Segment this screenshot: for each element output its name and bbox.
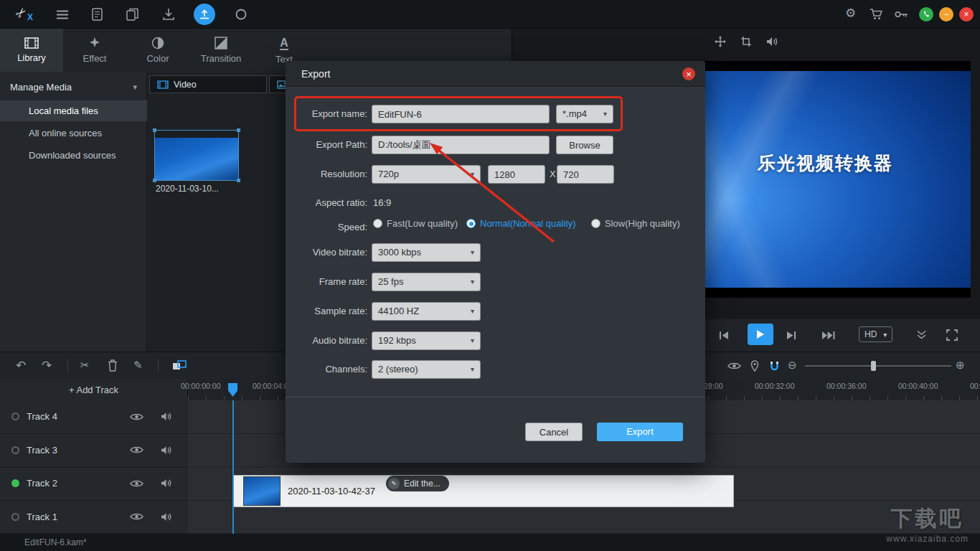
- speed-option-normal[interactable]: Normal(Normal quality): [466, 218, 576, 229]
- skip-to-end-icon[interactable]: [821, 331, 835, 340]
- cancel-button[interactable]: Cancel: [525, 423, 583, 441]
- next-frame-icon[interactable]: [786, 331, 796, 340]
- record-toggle-icon[interactable]: [11, 413, 19, 420]
- tab-library[interactable]: Library: [0, 29, 63, 72]
- track-header[interactable]: Track 1: [0, 501, 188, 534]
- zoom-in-icon[interactable]: ⊕: [956, 359, 965, 372]
- sidebar-item-local-media-files[interactable]: Local media files: [0, 100, 147, 121]
- timeline-clip[interactable]: 2020-11-03-10-42-37: [233, 475, 734, 507]
- export-path-label: Export Path:: [286, 136, 367, 154]
- browse-button[interactable]: Browse: [556, 136, 613, 154]
- add-track-button[interactable]: + Add Track: [0, 379, 188, 400]
- redo-icon[interactable]: ↷: [42, 358, 52, 373]
- copy-project-icon[interactable]: [126, 8, 138, 21]
- cut-scissors-icon[interactable]: ✂: [80, 359, 90, 372]
- import-icon[interactable]: [162, 8, 175, 21]
- move-tool-icon[interactable]: [715, 36, 726, 47]
- quality-dropdown[interactable]: HD ▾: [859, 326, 892, 342]
- toolbar-divider: [158, 359, 159, 372]
- sidebar-item-downloaded-sources[interactable]: Downloaded sources: [0, 145, 147, 166]
- quality-label: HD: [864, 329, 877, 339]
- record-toggle-icon[interactable]: [11, 513, 19, 521]
- track-visibility-eye-icon[interactable]: [130, 512, 143, 521]
- zoom-slider-handle[interactable]: [871, 361, 876, 371]
- app-window: ✂ X ⚙ − ×: [0, 0, 980, 551]
- media-thumbnail-caption: 2020-11-03-10...: [156, 184, 219, 194]
- playhead-flag[interactable]: [228, 383, 237, 397]
- track-preview-eye-icon[interactable]: [727, 362, 741, 370]
- crop-tool-icon[interactable]: [740, 36, 752, 47]
- menu-icon[interactable]: [56, 10, 69, 19]
- export-toolbar-button[interactable]: [194, 4, 215, 25]
- record-toggle-icon[interactable]: [11, 446, 19, 454]
- save-project-icon[interactable]: [92, 8, 103, 21]
- zoom-slider-track[interactable]: [805, 365, 951, 367]
- volume-icon[interactable]: [766, 37, 778, 47]
- format-dropdown[interactable]: *.mp4 ▾: [556, 105, 613, 123]
- radio-icon: [466, 219, 476, 228]
- dialog-close-button[interactable]: ×: [682, 67, 695, 80]
- tab-color[interactable]: Color: [126, 29, 189, 72]
- marker-pin-icon[interactable]: [750, 360, 759, 372]
- track-visibility-eye-icon[interactable]: [130, 479, 143, 488]
- resolution-dropdown[interactable]: 720p ▾: [372, 165, 481, 184]
- sample-rate-dropdown[interactable]: 44100 HZ ▾: [372, 302, 481, 321]
- video-bitrate-dropdown[interactable]: 3000 kbps ▾: [372, 243, 481, 262]
- text-icon: A: [280, 37, 288, 50]
- resolution-height-input[interactable]: [557, 165, 614, 184]
- track-mute-speaker-icon[interactable]: [161, 412, 172, 421]
- track-header[interactable]: Track 2: [0, 467, 188, 501]
- track-header[interactable]: Track 4: [0, 400, 188, 434]
- channels-dropdown[interactable]: 2 (stereo) ▾: [372, 360, 481, 379]
- tab-transition[interactable]: Transition: [189, 29, 253, 72]
- manage-media-dropdown[interactable]: Manage Media ▾: [0, 77, 147, 96]
- cart-icon[interactable]: [870, 9, 882, 20]
- media-thumbnail[interactable]: [154, 130, 239, 181]
- resolution-value: 720p: [378, 166, 399, 183]
- magnet-snap-icon[interactable]: [769, 361, 780, 372]
- tab-effect[interactable]: Effect: [63, 29, 126, 72]
- delete-trash-icon[interactable]: [108, 359, 118, 372]
- export-name-input[interactable]: [372, 105, 550, 123]
- record-icon[interactable]: [235, 8, 248, 21]
- previous-frame-icon[interactable]: [719, 331, 729, 340]
- track-visibility-eye-icon[interactable]: [130, 413, 143, 421]
- play-button[interactable]: [748, 324, 773, 345]
- fullscreen-icon[interactable]: [946, 329, 958, 341]
- sample-rate-label: Sample rate:: [286, 302, 367, 321]
- minimize-button[interactable]: −: [939, 7, 953, 22]
- track-mute-speaker-icon[interactable]: [161, 512, 172, 522]
- track-name: Track 4: [27, 411, 130, 422]
- thumbnail-titlebar: [155, 131, 238, 138]
- speed-option-slow[interactable]: Slow(High quality): [591, 218, 680, 229]
- media-tab-video[interactable]: Video: [149, 75, 267, 93]
- settings-gear-icon[interactable]: ⚙: [845, 6, 856, 21]
- close-window-button[interactable]: ×: [959, 7, 974, 22]
- track-mute-speaker-icon[interactable]: [161, 446, 172, 455]
- playhead-line[interactable]: [232, 400, 234, 534]
- speed-option-fast[interactable]: Fast(Low quality): [373, 218, 458, 229]
- track-mute-speaker-icon[interactable]: [161, 479, 172, 488]
- track-visibility-eye-icon[interactable]: [130, 446, 143, 454]
- double-chevron-down-icon[interactable]: [916, 330, 927, 339]
- audio-bitrate-dropdown[interactable]: 192 kbps ▾: [372, 331, 481, 350]
- frame-rate-dropdown[interactable]: 25 fps ▾: [372, 273, 481, 291]
- record-toggle-icon[interactable]: [11, 479, 19, 487]
- zoom-out-icon[interactable]: ⊖: [788, 359, 797, 372]
- edit-pencil-icon[interactable]: ✎: [133, 359, 143, 372]
- undo-icon[interactable]: ↶: [16, 358, 26, 373]
- chevron-down-icon: ▾: [471, 244, 474, 261]
- export-button[interactable]: Export: [597, 423, 683, 441]
- export-path-input[interactable]: [372, 136, 550, 154]
- support-phone-button[interactable]: [919, 7, 933, 22]
- dialog-title: Export: [286, 61, 705, 87]
- radio-icon: [591, 219, 600, 228]
- edit-tooltip[interactable]: ✎ Edit the...: [386, 476, 449, 491]
- selection-handle: [237, 128, 240, 132]
- track-header[interactable]: Track 3: [0, 434, 188, 468]
- resolution-width-input[interactable]: [488, 165, 545, 184]
- sidebar-item-all-online-sources[interactable]: All online sources: [0, 123, 147, 143]
- split-clip-icon[interactable]: [172, 360, 187, 371]
- speed-option-label: Fast(Low quality): [387, 218, 458, 229]
- key-icon[interactable]: [895, 11, 908, 18]
